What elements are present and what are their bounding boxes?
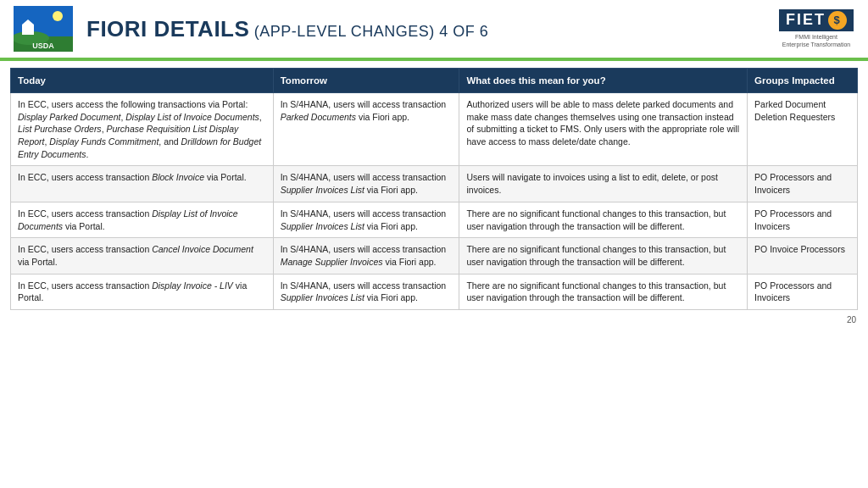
row2-meaning: Users will navigate to invoices using a … — [459, 166, 748, 202]
table-row: In ECC, users access transaction Cancel … — [11, 238, 858, 274]
row4-tomorrow: In S/4HANA, users will access transactio… — [273, 238, 459, 274]
details-table: Today Tomorrow What does this mean for y… — [10, 68, 858, 310]
title-subtitle: (APP-LEVEL CHANGES) 4 OF 6 — [249, 23, 488, 40]
row2-today: In ECC, users access transaction Block I… — [11, 166, 274, 202]
row1-meaning: Authorized users will be able to mass de… — [459, 93, 748, 166]
row1-tomorrow: In S/4HANA, users will access transactio… — [273, 93, 459, 166]
table-row: In ECC, users access transaction Display… — [11, 202, 858, 237]
row2-tomorrow: In S/4HANA, users will access transactio… — [273, 166, 459, 202]
row3-today: In ECC, users access transaction Display… — [11, 202, 274, 237]
row4-meaning: There are no significant functional chan… — [459, 238, 748, 274]
fiet-logo: FIET $ FMMI IntelligentEnterprise Transf… — [778, 6, 854, 52]
table-row: In ECC, users access transaction Block I… — [11, 166, 858, 202]
row4-groups: PO Invoice Processors — [748, 238, 858, 274]
svg-rect-5 — [22, 25, 34, 35]
usda-logo: USDA — [14, 6, 73, 52]
col-header-today: Today — [11, 69, 274, 93]
row1-groups: Parked Document Deletion Requesters — [748, 93, 858, 166]
row5-groups: PO Processors and Invoicers — [748, 274, 858, 309]
page-number: 20 — [0, 313, 868, 324]
row3-tomorrow: In S/4HANA, users will access transactio… — [273, 202, 459, 237]
main-content: Today Tomorrow What does this mean for y… — [0, 61, 868, 313]
title-main: FIORI DETAILS — [86, 16, 249, 42]
row3-meaning: There are no significant functional chan… — [459, 202, 748, 237]
table-row: In ECC, users access transaction Display… — [11, 274, 858, 309]
col-header-meaning: What does this mean for you? — [459, 69, 748, 93]
table-row: In ECC, users access the following trans… — [11, 93, 858, 166]
col-header-tomorrow: Tomorrow — [273, 69, 459, 93]
row2-groups: PO Processors and Invoicers — [748, 166, 858, 202]
page-header: USDA FIORI DETAILS (APP-LEVEL CHANGES) 4… — [0, 0, 868, 61]
row5-meaning: There are no significant functional chan… — [459, 274, 748, 309]
fiet-dollar-icon: $ — [828, 11, 847, 30]
row4-today: In ECC, users access transaction Cancel … — [11, 238, 274, 274]
fiet-subtext: FMMI IntelligentEnterprise Transformatio… — [782, 33, 851, 48]
svg-point-3 — [53, 11, 63, 21]
svg-text:USDA: USDA — [32, 42, 54, 50]
fiet-label: FIET — [786, 11, 826, 29]
row3-groups: PO Processors and Invoicers — [748, 202, 858, 237]
page-title: FIORI DETAILS (APP-LEVEL CHANGES) 4 OF 6 — [86, 16, 778, 42]
row5-today: In ECC, users access transaction Display… — [11, 274, 274, 309]
row5-tomorrow: In S/4HANA, users will access transactio… — [273, 274, 459, 309]
col-header-groups: Groups Impacted — [748, 69, 858, 93]
row1-today: In ECC, users access the following trans… — [11, 93, 274, 166]
